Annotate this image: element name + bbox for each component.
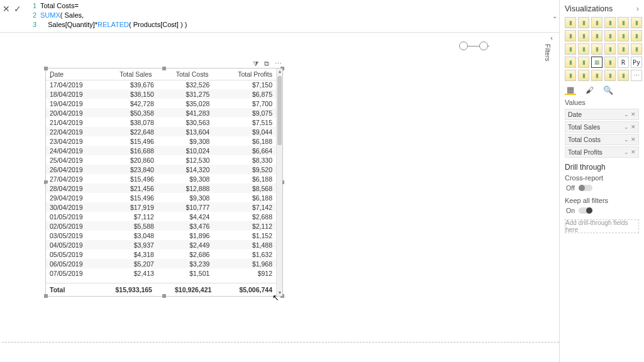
table-row[interactable]: 27/04/2019$15,496$9,308$6,188 [46, 174, 276, 184]
viz-type-icon[interactable]: ▮ [604, 57, 616, 68]
column-header[interactable]: Total Sales [99, 69, 155, 80]
field-well[interactable]: Total Sales⌄✕ [565, 121, 639, 133]
keep-filters-toggle[interactable] [579, 207, 592, 214]
table-row[interactable]: 20/04/2019$50,358$41,283$9,075 [46, 108, 276, 118]
viz-type-icon[interactable]: ▮ [604, 17, 616, 28]
scrollbar-vertical[interactable]: ▴ ▾ [276, 69, 282, 296]
table-row[interactable]: 29/04/2019$15,496$9,308$6,188 [46, 193, 276, 202]
filters-pane-collapsed[interactable]: ‹ Filters [544, 34, 559, 61]
formula-editor[interactable]: 1 Total Costs = 2 SUMX ( Sales, 3 Sales[… [25, 0, 550, 32]
viz-type-icon[interactable]: ▮ [604, 30, 616, 41]
slicer-visual[interactable] [459, 41, 488, 50]
formula-expand-button[interactable]: ⌄ [550, 0, 559, 32]
table-row[interactable]: 23/04/2019$15,496$9,308$6,188 [46, 136, 276, 146]
viz-type-icon[interactable]: ▮ [618, 70, 629, 81]
table-row[interactable]: 04/05/2019$3,937$2,449$1,488 [46, 240, 276, 250]
slicer-handle-left[interactable] [459, 41, 468, 50]
table-cell: $50,358 [102, 108, 158, 118]
viz-type-icon[interactable]: ▮ [578, 30, 589, 41]
table-cell: $3,048 [102, 231, 158, 240]
table-cell: 27/04/2019 [46, 174, 102, 184]
table-row[interactable]: 05/05/2019$4,318$2,686$1,632 [46, 250, 276, 259]
table-cell: $12,888 [158, 184, 214, 193]
viz-type-icon[interactable]: ▮ [578, 17, 589, 28]
well-dropdown-icon[interactable]: ⌄ [624, 124, 629, 130]
table-cell: $1,968 [213, 259, 276, 268]
table-row[interactable]: 25/04/2019$20,860$12,530$8,330 [46, 155, 276, 165]
viz-type-icon[interactable]: ▮ [565, 17, 576, 28]
filter-icon[interactable]: ⧩ [251, 60, 260, 67]
table-row[interactable]: 01/05/2019$7,112$4,424$2,688 [46, 212, 276, 221]
viz-type-icon[interactable]: ▦ [591, 57, 602, 68]
column-header[interactable]: Date [46, 69, 99, 80]
viz-type-icon[interactable]: ▮ [578, 70, 589, 81]
well-dropdown-icon[interactable]: ⌄ [624, 111, 629, 118]
table-cell: $9,308 [158, 174, 214, 184]
expand-left-icon[interactable]: ‹ [544, 34, 559, 41]
viz-type-icon[interactable]: ▮ [591, 43, 602, 55]
viz-type-icon[interactable]: ▮ [618, 17, 629, 28]
table-cell: $15,496 [102, 174, 158, 184]
focus-mode-icon[interactable]: ⧉ [262, 60, 271, 67]
formula-confirm-icon[interactable]: ✓ [14, 4, 21, 14]
viz-type-icon[interactable]: ▮ [578, 43, 589, 55]
viz-type-icon[interactable]: ▮ [578, 57, 589, 68]
column-header[interactable]: Total Costs [156, 69, 213, 80]
scroll-up-icon[interactable]: ▴ [277, 69, 283, 75]
field-well[interactable]: Total Costs⌄✕ [565, 134, 639, 145]
table-row[interactable]: 03/05/2019$3,048$1,896$1,152 [46, 231, 276, 240]
viz-type-icon[interactable]: ▮ [604, 70, 616, 81]
viz-type-icon[interactable]: ▮ [618, 43, 629, 55]
viz-type-icon[interactable]: R [618, 57, 629, 68]
drillthrough-heading: Drill through [565, 163, 639, 172]
viz-type-icon[interactable]: Py [631, 57, 642, 68]
table-row[interactable]: 28/04/2019$21,456$12,888$8,568 [46, 184, 276, 193]
table-row[interactable]: 07/05/2019$2,413$1,501$912 [46, 268, 276, 278]
well-dropdown-icon[interactable]: ⌄ [624, 136, 629, 143]
field-well[interactable]: Date⌄✕ [565, 109, 639, 120]
table-row[interactable]: 30/04/2019$17,919$10,777$7,142 [46, 202, 276, 212]
well-dropdown-icon[interactable]: ⌄ [624, 149, 629, 155]
well-remove-icon[interactable]: ✕ [631, 136, 636, 143]
formula-cancel-icon[interactable]: ✕ [3, 4, 10, 14]
table-row[interactable]: 22/04/2019$22,648$13,604$9,044 [46, 127, 276, 136]
scroll-thumb[interactable] [277, 76, 282, 145]
fields-tab-icon[interactable]: ▦ [565, 85, 576, 95]
table-row[interactable]: 18/04/2019$38,150$31,275$6,875 [46, 89, 276, 99]
viz-type-icon[interactable]: ▮ [618, 30, 629, 41]
drillthrough-dropzone[interactable]: Add drill-through fields here [565, 219, 639, 233]
viz-type-icon[interactable]: ▮ [565, 43, 576, 55]
field-well[interactable]: Total Profits⌄✕ [565, 146, 639, 158]
column-header[interactable]: Total Profits [213, 69, 276, 80]
slicer-handle-right[interactable] [479, 41, 488, 50]
well-remove-icon[interactable]: ✕ [631, 149, 636, 155]
table-row[interactable]: 17/04/2019$39,676$32,526$7,150 [46, 80, 276, 89]
viz-type-icon[interactable]: ▮ [565, 70, 576, 81]
table-row[interactable]: 02/05/2019$5,588$3,476$2,112 [46, 221, 276, 231]
analytics-tab-icon[interactable]: 🔍 [602, 85, 614, 95]
viz-type-icon[interactable]: ▮ [631, 30, 642, 41]
scroll-down-icon[interactable]: ▾ [277, 290, 283, 296]
viz-type-icon[interactable]: ▮ [631, 43, 642, 55]
table-row[interactable]: 06/05/2019$5,207$3,239$1,968 [46, 259, 276, 268]
well-remove-icon[interactable]: ✕ [631, 124, 636, 130]
viz-type-icon[interactable]: ▮ [565, 30, 576, 41]
cross-report-toggle[interactable] [579, 185, 592, 191]
format-tab-icon[interactable]: 🖌 [584, 85, 595, 95]
viz-type-icon[interactable]: ▮ [565, 57, 576, 68]
table-visual[interactable]: ⧩ ⧉ ⋯ DateTotal SalesTotal CostsTotal Pr… [45, 68, 283, 297]
table-row[interactable]: 24/04/2019$16,688$10,024$6,664 [46, 146, 276, 155]
collapse-pane-icon[interactable]: › [636, 4, 639, 13]
table-row[interactable]: 21/04/2019$38,078$30,563$7,515 [46, 118, 276, 127]
viz-type-icon[interactable]: ▮ [631, 17, 642, 28]
filters-label[interactable]: Filters [544, 44, 551, 61]
table-cell: $7,112 [102, 212, 158, 221]
viz-type-icon[interactable]: ▮ [591, 70, 602, 81]
viz-type-icon[interactable]: ▮ [604, 43, 616, 55]
viz-type-icon[interactable]: ▮ [591, 17, 602, 28]
table-row[interactable]: 26/04/2019$23,840$14,320$9,520 [46, 165, 276, 174]
table-row[interactable]: 19/04/2019$42,728$35,028$7,700 [46, 99, 276, 108]
well-remove-icon[interactable]: ✕ [631, 111, 636, 118]
viz-type-icon[interactable]: ▮ [591, 30, 602, 41]
viz-type-icon[interactable]: ⋯ [631, 70, 642, 81]
